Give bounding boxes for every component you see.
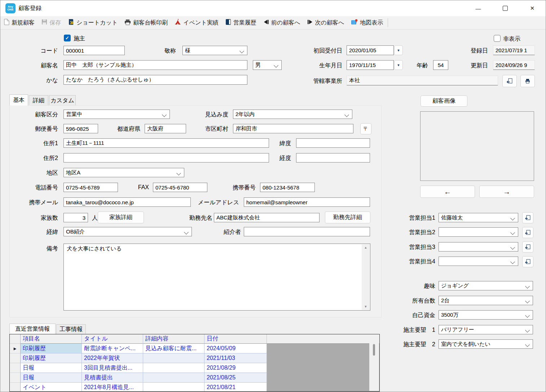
- save-button[interactable]: 保存: [41, 19, 61, 27]
- cell-item[interactable]: 印刷履歴: [21, 353, 82, 363]
- table-row[interactable]: 日報 見積書提出 2021/08/25: [10, 373, 379, 383]
- table-row[interactable]: ▶ 印刷履歴 耐震診断キャンペ... 見込み顧客に耐震... 2024/05/0…: [10, 344, 379, 353]
- next-customer-button[interactable]: 次の顧客へ: [307, 19, 344, 27]
- first-reception-input[interactable]: 2020/01/05: [347, 45, 394, 55]
- image-prev-button[interactable]: ←: [420, 186, 475, 198]
- postal-lookup-button[interactable]: 〒: [360, 123, 371, 134]
- map-display-button[interactable]: 地図表示: [351, 19, 383, 27]
- sales-rep3-select[interactable]: [439, 242, 518, 251]
- sales-rep1-jump-button[interactable]: [522, 212, 533, 223]
- hobby-select[interactable]: ジョギング: [439, 281, 533, 290]
- sales-rep1-label: 営業担当1: [381, 214, 435, 222]
- sales-rep4-jump-button[interactable]: [522, 256, 533, 267]
- cell-detail[interactable]: [143, 383, 204, 392]
- sales-rep1-select[interactable]: 佐藤雄太: [439, 213, 518, 222]
- tab-construction-info[interactable]: 工事情報: [56, 324, 86, 334]
- close-button[interactable]: ✕: [522, 0, 543, 16]
- new-customer-label: 新規顧客: [12, 19, 35, 27]
- honorific-select[interactable]: 様: [182, 46, 247, 55]
- cell-title[interactable]: 見積書提出: [82, 373, 143, 383]
- cell-detail[interactable]: [143, 353, 204, 363]
- image-next-button[interactable]: →: [479, 186, 534, 198]
- sales-rep2-select[interactable]: [439, 227, 518, 237]
- cell-detail[interactable]: [143, 373, 204, 383]
- mobile-input[interactable]: 080-1234-5678: [260, 183, 315, 192]
- cars-owned-select[interactable]: 2台: [439, 296, 533, 305]
- col-header-title[interactable]: タイトル: [82, 334, 143, 344]
- chevron-down-icon: [344, 112, 349, 117]
- background-select[interactable]: OB紹介: [63, 227, 192, 236]
- prospect-select[interactable]: 2年以内: [233, 110, 352, 119]
- cell-detail[interactable]: [143, 363, 204, 373]
- col-header-item[interactable]: 項目名: [21, 334, 82, 344]
- cell-date[interactable]: 2024/05/09: [204, 344, 267, 353]
- table-row[interactable]: 日報 3回目見積書提出... 2021/08/29: [10, 363, 379, 373]
- remarks-textarea[interactable]: 犬を大事にされている ▲ ▼: [63, 244, 370, 311]
- owner-wish2-select[interactable]: 室内で犬を飼いたい: [439, 339, 533, 349]
- col-header-date[interactable]: 日付: [204, 334, 267, 344]
- cell-item[interactable]: 印刷履歴: [21, 344, 82, 353]
- own-funds-label: 自己資金: [381, 312, 435, 319]
- scrollbar-thumb[interactable]: [373, 344, 375, 356]
- cell-item[interactable]: 日報: [21, 373, 82, 383]
- event-results-button[interactable]: イベント実績: [175, 19, 219, 27]
- customer-image-button[interactable]: 顧客画像: [420, 95, 467, 107]
- tab-basic[interactable]: 基本: [9, 94, 28, 106]
- introducer-input[interactable]: [244, 227, 370, 236]
- mobile-mail-input[interactable]: tanaka_tarou@dococo.ne.jp: [63, 197, 191, 207]
- longitude-input[interactable]: [296, 153, 370, 162]
- minimize-button[interactable]: —: [468, 0, 489, 16]
- cell-date[interactable]: 2021/08/21: [204, 383, 267, 392]
- office-print-button[interactable]: [520, 75, 535, 87]
- cell-date[interactable]: 2021/11/03: [204, 353, 267, 363]
- district-select[interactable]: 地区A: [63, 168, 184, 177]
- gender-select[interactable]: 男: [253, 60, 282, 70]
- first-reception-dropdown-button[interactable]: ▼: [394, 45, 403, 55]
- col-header-detail[interactable]: 詳細内容: [143, 334, 204, 344]
- previous-icon: [263, 19, 269, 26]
- cell-date[interactable]: 2021/08/25: [204, 373, 267, 383]
- cell-item[interactable]: 日報: [21, 363, 82, 373]
- cell-title[interactable]: 3回目見積書提出...: [82, 363, 143, 373]
- email-input[interactable]: homemail@sampleowner: [244, 197, 370, 207]
- tab-recent-sales-info[interactable]: 直近営業情報: [9, 324, 56, 334]
- cell-title[interactable]: 耐震診断キャンペ...: [82, 344, 143, 353]
- owner-checkbox[interactable]: ✓: [64, 35, 71, 41]
- hide-checkbox[interactable]: [494, 35, 501, 42]
- tab-custom[interactable]: カスタム: [49, 95, 76, 106]
- table-vertical-scrollbar[interactable]: [369, 335, 379, 391]
- cell-title[interactable]: 2022年年賀状: [82, 353, 143, 363]
- customer-image-box: [420, 111, 534, 181]
- fax-input[interactable]: 0725-45-6780: [153, 183, 207, 192]
- maximize-button[interactable]: [495, 0, 516, 16]
- cell-detail[interactable]: 見込み顧客に耐震...: [143, 344, 204, 353]
- kana-input[interactable]: たなか たろう（さんぷるせしゅ）: [63, 75, 247, 85]
- sales-rep3-jump-button[interactable]: [522, 241, 533, 253]
- remarks-scrollbar[interactable]: ▲ ▼: [362, 244, 370, 310]
- cell-title[interactable]: 2021年8月構造見...: [82, 383, 143, 392]
- previous-customer-button[interactable]: 前の顧客へ: [263, 19, 300, 27]
- sales-rep4-select[interactable]: [439, 257, 518, 266]
- new-customer-button[interactable]: 新規顧客: [4, 19, 35, 27]
- city-input[interactable]: 岸和田市: [233, 124, 353, 133]
- shortcut-button[interactable]: ショートカット: [68, 19, 118, 27]
- print-ledger-button[interactable]: 顧客台帳印刷: [124, 19, 168, 27]
- workplace-input[interactable]: ABC建販株式会社: [214, 213, 320, 222]
- cell-date[interactable]: 2021/08/29: [204, 363, 267, 373]
- table-row[interactable]: 印刷履歴 2022年年賀状 2021/11/03: [10, 353, 379, 363]
- code-input[interactable]: 000001: [63, 46, 125, 55]
- cell-item[interactable]: イベント: [21, 383, 82, 392]
- family-detail-button[interactable]: 家族詳細: [98, 211, 144, 223]
- owner-wish1-select[interactable]: バリアフリー: [439, 325, 533, 334]
- tab-detail[interactable]: 詳細: [29, 95, 48, 106]
- customer-name-input[interactable]: 田中 太郎（サンプル施主）: [63, 60, 247, 70]
- workplace-detail-button[interactable]: 勤務先詳細: [325, 211, 370, 223]
- sales-rep2-jump-button[interactable]: [522, 227, 533, 238]
- latitude-input[interactable]: [296, 138, 370, 148]
- office-jump-button[interactable]: [502, 75, 517, 87]
- own-funds-select[interactable]: 3500万: [439, 310, 533, 320]
- family-count-input[interactable]: 3: [63, 213, 88, 222]
- table-row[interactable]: イベント 2021年8月構造見... 2021/08/21: [10, 383, 379, 392]
- sales-history-button[interactable]: 営業履歴: [225, 19, 256, 27]
- customer-class-select[interactable]: 営業中: [63, 110, 170, 119]
